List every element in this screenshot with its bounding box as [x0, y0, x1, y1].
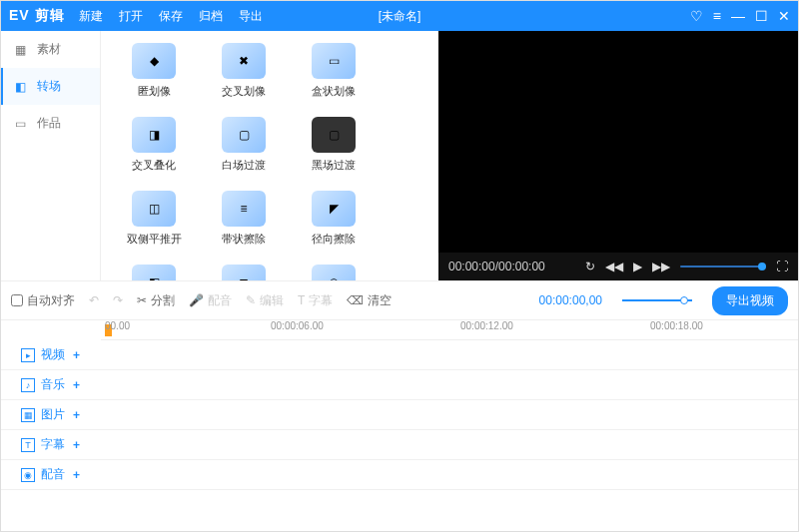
ruler-mark: 00:00:12.00: [460, 320, 513, 331]
user-icon[interactable]: ♡: [690, 8, 703, 24]
transition-gallery: ◆匿划像 ✖交叉划像 ▭盒状划像 ◨交叉叠化 ▢白场过渡 ▢黑场过渡 ◫双侧平推…: [101, 31, 438, 280]
track-caption[interactable]: T字幕+: [1, 436, 101, 453]
transition-item[interactable]: ◤径向擦除: [289, 191, 379, 261]
sidebar-label: 转场: [37, 78, 61, 95]
project-title: [未命名]: [379, 8, 421, 25]
forward-icon[interactable]: ▶▶: [652, 260, 670, 273]
menu-archive[interactable]: 归档: [199, 8, 223, 25]
list-icon[interactable]: ≡: [713, 8, 721, 24]
sidebar-label: 素材: [37, 41, 61, 58]
redo-icon: ↷: [113, 293, 123, 307]
split-button[interactable]: ✂分割: [137, 292, 175, 309]
fullscreen-icon[interactable]: ⛶: [776, 260, 788, 273]
sidebar-label: 作品: [37, 115, 61, 132]
ruler-mark: 00:00:18.00: [650, 320, 703, 331]
minimize-icon[interactable]: —: [731, 8, 745, 24]
grid-icon: ▦: [15, 43, 29, 57]
export-button[interactable]: 导出视频: [712, 286, 788, 315]
transition-item[interactable]: ◧: [109, 265, 199, 280]
transition-item[interactable]: ◫双侧平推开: [109, 191, 199, 261]
caption-button[interactable]: T字幕: [298, 292, 333, 309]
rewind-icon[interactable]: ◀◀: [605, 260, 623, 273]
add-icon[interactable]: +: [73, 408, 80, 422]
transition-item[interactable]: ▢白场过渡: [199, 117, 289, 187]
clear-button[interactable]: ⌫清空: [347, 292, 392, 309]
transition-item[interactable]: ▭盒状划像: [289, 43, 379, 113]
sidebar-item-material[interactable]: ▦ 素材: [1, 31, 100, 68]
track-video[interactable]: ▸视频+: [1, 346, 101, 363]
time-ruler[interactable]: 00.00 00:00:06.00 00:00:12.00 00:00:18.0…: [101, 320, 798, 340]
edit-button[interactable]: ✎编辑: [246, 292, 284, 309]
mic-icon: 🎤: [189, 293, 204, 307]
transition-item[interactable]: ◨交叉叠化: [109, 117, 199, 187]
sidebar-item-transition[interactable]: ◧ 转场: [1, 68, 100, 105]
preview-video[interactable]: [438, 31, 798, 253]
pencil-icon: ✎: [246, 293, 256, 307]
add-icon[interactable]: +: [73, 438, 80, 452]
dub-button[interactable]: 🎤配音: [189, 292, 232, 309]
auto-align-checkbox[interactable]: 自动对齐: [11, 292, 75, 309]
transition-item[interactable]: ◆匿划像: [109, 43, 199, 113]
music-icon: ♪: [21, 378, 35, 392]
preview-time: 00:00:00/00:00:00: [448, 260, 545, 273]
menu-open[interactable]: 打开: [119, 8, 143, 25]
track-music[interactable]: ♪音乐+: [1, 376, 101, 393]
add-icon[interactable]: +: [73, 468, 80, 482]
auto-align-input[interactable]: [11, 294, 23, 306]
preview-slider[interactable]: [680, 266, 766, 267]
undo-icon: ↶: [89, 293, 99, 307]
sidebar-item-works[interactable]: ▭ 作品: [1, 105, 100, 142]
replay-icon[interactable]: ↻: [585, 260, 595, 273]
image-icon: ▦: [21, 408, 35, 422]
caption-icon: T: [21, 438, 35, 452]
brand: EV 剪辑: [9, 7, 65, 25]
menu-save[interactable]: 保存: [159, 8, 183, 25]
add-icon[interactable]: +: [73, 348, 80, 362]
transition-item[interactable]: ◎: [289, 265, 379, 280]
menu-export[interactable]: 导出: [239, 8, 263, 25]
mic-track-icon: ◉: [21, 468, 35, 482]
track-dub[interactable]: ◉配音+: [1, 466, 101, 483]
add-icon[interactable]: +: [73, 378, 80, 392]
play-icon[interactable]: ▶: [633, 260, 642, 273]
video-icon: ▸: [21, 348, 35, 362]
close-icon[interactable]: ✕: [778, 8, 790, 24]
track-image[interactable]: ▦图片+: [1, 406, 101, 423]
zoom-slider[interactable]: [622, 299, 692, 301]
ruler-mark: 00.00: [105, 320, 130, 331]
scissors-icon: ✂: [137, 293, 147, 307]
broom-icon: ⌫: [347, 293, 364, 307]
transition-item[interactable]: ▢黑场过渡: [289, 117, 379, 187]
preview-panel: 00:00:00/00:00:00 ↻ ◀◀ ▶ ▶▶ ⛶: [438, 31, 798, 280]
folder-icon: ▭: [15, 117, 29, 131]
text-icon: T: [298, 293, 305, 307]
transition-item[interactable]: ≣: [199, 265, 289, 280]
transition-icon: ◧: [15, 80, 29, 94]
timecode: 00:00:00,00: [539, 293, 602, 307]
transition-item[interactable]: ≡带状擦除: [199, 191, 289, 261]
menu-new[interactable]: 新建: [79, 8, 103, 25]
ruler-mark: 00:00:06.00: [271, 320, 324, 331]
transition-item[interactable]: ✖交叉划像: [199, 43, 289, 113]
maximize-icon[interactable]: ☐: [755, 8, 768, 24]
